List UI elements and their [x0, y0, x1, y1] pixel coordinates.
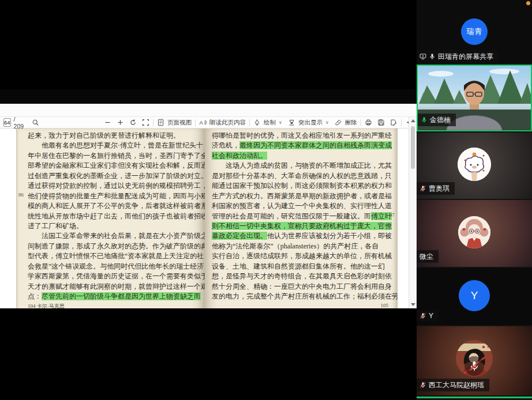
participant-label: 曹奥琪 [417, 182, 455, 195]
mic-muted-icon [419, 312, 426, 319]
draw-pen-icon [253, 119, 261, 126]
screen-share-icon [419, 53, 426, 60]
participant-tile-zhaotongyao[interactable]: 西工大马院赵桐瑶 [417, 326, 532, 395]
read-aloud-label: 朗读此页内容 [209, 119, 246, 127]
fit-page-icon[interactable] [142, 119, 149, 126]
mic-muted-overlay-icon [464, 356, 484, 376]
mic-muted-icon [419, 185, 426, 192]
mic-muted-icon [419, 382, 426, 388]
draw-chevron-icon[interactable]: ∨ [279, 120, 282, 125]
notification-dot [526, 1, 530, 5]
erase-button[interactable]: 擦除 [335, 119, 357, 127]
participant-tile-ruiqing[interactable]: 瑞青 田瑞青的屏幕共享 [417, 0, 532, 63]
read-aloud-button[interactable]: 朗读此页内容 [199, 119, 246, 127]
avatar [458, 148, 491, 181]
page-footer: 105 [381, 303, 389, 308]
scroll-down-icon[interactable] [411, 303, 415, 306]
participant-label: Y [417, 310, 439, 321]
pdf-viewer[interactable]: 起来，致力于对自己阶级的更替进行解释和证明。 他最有名的思想对手夏尔·傅立叶，曾… [0, 129, 409, 308]
avatar: 瑞青 [461, 18, 488, 45]
avatar [458, 216, 490, 248]
print-icon[interactable] [365, 119, 372, 126]
screenshot-root: *《卡尔·马克思》.pdf × + – □ × ← → ↻ 文件 | C:/Us… [0, 0, 532, 400]
book-text-right: 得哪怕是暂时的优势，而这又会相应地引发一系列的严重经济危机，最终因为不同资本家群… [212, 131, 384, 301]
avatar-cartoon [458, 216, 490, 248]
participant-name: 田瑞青的屏幕共享 [438, 52, 493, 62]
participant-name: 金德楠 [430, 115, 451, 125]
book-page-right: 得哪怕是暂时的优势，而这又会相应地引发一系列的严重经济危机，最终因为不同资本家群… [205, 129, 398, 308]
margin-page-number: 97 [389, 212, 395, 218]
avatar-initials: Y [471, 289, 478, 302]
avatar-cartoon [458, 148, 491, 181]
avatar-initials: 瑞青 [467, 27, 482, 37]
draw-button[interactable]: 绘制 ∨ [253, 119, 282, 127]
highlighter-icon [288, 119, 295, 126]
mic-on-icon [429, 53, 436, 60]
page-view-icon [157, 119, 164, 126]
participant-label: 田瑞青的屏幕共享 [417, 50, 499, 63]
page-view-button[interactable]: 页面视图 [157, 119, 192, 127]
participant-label: 微尘 [417, 250, 439, 263]
participant-name: 西工大马院赵桐瑶 [429, 380, 484, 390]
book-page-left: 起来，致力于对自己阶级的更替进行解释和证明。 他最有名的思想对手夏尔·傅立叶，曾… [16, 129, 205, 308]
save-as-icon[interactable] [390, 119, 398, 126]
browser-address-bar: ← → ↻ 文件 | C:/Users/TRQ/Desktop/27期/《卡尔·… [0, 104, 417, 117]
erase-label: 擦除 [345, 119, 357, 127]
highlight-chevron-icon[interactable]: ∨ [325, 120, 329, 125]
book-text-left: 起来，致力于对自己阶级的更替进行解释和证明。 他最有名的思想对手夏尔·傅立叶，曾… [28, 131, 198, 301]
participant-name: 微尘 [419, 252, 433, 262]
read-aloud-icon [199, 119, 207, 126]
pdf-toolbar: 64 / 209 页面视图 朗读此页内容 绘制 ∨ 突出显示 ∨ [0, 117, 409, 129]
participant-name: Y [429, 312, 433, 320]
participant-tile-caoaoqi[interactable]: 曹奥琪 [417, 133, 532, 199]
letterbox-bottom [0, 308, 417, 400]
draw-label: 绘制 [264, 119, 276, 127]
participant-tile-jindenan-video[interactable]: 金德楠 [417, 65, 532, 131]
page-footer: 104 卡尔·马克思 [28, 303, 65, 308]
page-view-label: 页面视图 [167, 119, 192, 127]
meeting-participant-sidebar: 瑞青 田瑞青的屏幕共享 [417, 0, 532, 400]
rotate-icon[interactable] [129, 119, 137, 126]
save-icon[interactable] [377, 119, 385, 126]
mic-active-icon [421, 116, 428, 123]
next-tile-active-border [417, 397, 532, 398]
scroll-up-icon[interactable] [411, 119, 415, 122]
zoom-in-icon[interactable] [117, 119, 124, 126]
zoom-out-icon[interactable] [104, 119, 111, 126]
eraser-icon [335, 119, 342, 126]
browser-tab-bar: *《卡尔·马克思》.pdf × + – □ × [0, 89, 417, 104]
pdf-scrollbar[interactable] [409, 117, 417, 308]
find-icon[interactable] [32, 119, 39, 126]
participant-label: 西工大马院赵桐瑶 [417, 379, 489, 391]
highlight-label: 突出显示 [298, 119, 323, 127]
highlight-button[interactable]: 突出显示 ∨ [288, 119, 329, 127]
participant-label: 金德楠 [418, 114, 456, 126]
participant-tile-weichen[interactable]: 微尘 [417, 200, 532, 267]
scrollbar-thumb[interactable] [411, 126, 415, 169]
participant-tile-y[interactable]: Y Y [417, 268, 532, 325]
margin-page-number: 86 [18, 192, 24, 198]
avatar: Y [459, 280, 490, 311]
page-total-label: / 209 [14, 116, 24, 130]
page-number-input[interactable]: 64 [3, 118, 11, 127]
participant-name: 曹奥琪 [429, 184, 449, 194]
